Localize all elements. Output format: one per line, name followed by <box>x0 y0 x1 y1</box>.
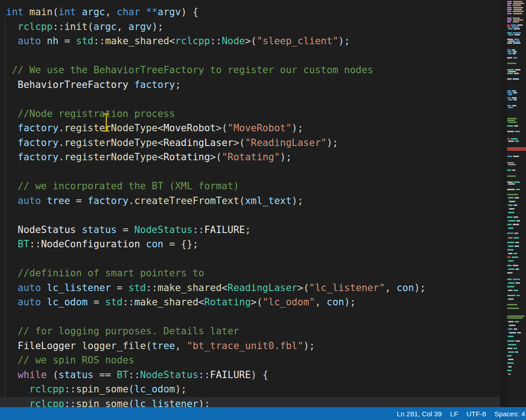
minimap-code-mark <box>507 19 512 21</box>
minimap-code-mark <box>507 169 511 171</box>
minimap-code-mark <box>507 63 516 64</box>
minimap-code-mark <box>513 32 521 34</box>
code-line[interactable]: // we spin ROS nodes <box>0 353 500 368</box>
minimap-code-mark <box>516 189 520 190</box>
minimap-code-mark <box>508 41 515 42</box>
minimap-code-mark <box>508 351 514 353</box>
minimap-code-mark <box>514 125 518 127</box>
minimap-code-mark <box>508 212 514 213</box>
status-item-eol[interactable]: LF <box>446 407 462 420</box>
minimap-code-mark <box>514 290 518 291</box>
code-line[interactable]: factory.registerNodeType<MoveRobot>("Mov… <box>0 121 500 136</box>
minimap-code-mark <box>513 3 524 4</box>
minimap[interactable] <box>507 0 526 407</box>
minimap-code-mark <box>508 204 513 206</box>
minimap-code-mark <box>507 18 512 19</box>
minimap-code-mark <box>507 370 512 371</box>
minimap-code-mark <box>507 286 514 287</box>
minimap-code-mark <box>513 53 516 54</box>
status-item-indentation[interactable]: Spaces: 4 <box>490 407 526 420</box>
minimap-code-mark <box>507 11 511 12</box>
status-bar: Ln 281, Col 39LFUTF-8Spaces: 4 <box>0 407 526 420</box>
minimap-code-mark <box>508 71 516 72</box>
minimap-code-mark <box>507 304 517 305</box>
minimap-code-mark <box>512 26 519 28</box>
code-line[interactable]: auto lc_odom = std::make_shared<Rotating… <box>0 295 500 310</box>
code-line[interactable] <box>0 92 500 107</box>
minimap-code-mark <box>517 332 521 333</box>
minimap-code-mark <box>514 197 519 198</box>
code-line[interactable]: // We use the BehaviorTreeFactory to reg… <box>0 63 500 78</box>
minimap-code-mark <box>513 78 519 80</box>
minimap-code-mark <box>508 94 512 95</box>
minimap-code-mark <box>515 242 519 243</box>
code-line[interactable]: // for logging purposes. Details later <box>0 324 500 339</box>
status-item-encoding[interactable]: UTF-8 <box>462 407 491 420</box>
minimap-gutter <box>500 0 507 407</box>
minimap-code-mark <box>507 21 511 23</box>
minimap-code-mark <box>507 242 514 243</box>
code-line[interactable]: while (status == BT::NodeStatus::FAILURE… <box>0 368 500 383</box>
minimap-code-mark <box>513 224 519 225</box>
minimap-code-mark <box>514 245 519 247</box>
minimap-code-mark <box>507 49 511 51</box>
minimap-code-mark <box>508 344 516 345</box>
minimap-code-mark <box>508 183 515 185</box>
status-item-line-col[interactable]: Ln 281, Col 39 <box>393 407 446 420</box>
minimap-code-mark <box>512 257 518 258</box>
minimap-code-mark <box>509 201 515 202</box>
minimap-code-mark <box>513 279 520 280</box>
code-line[interactable]: //definiion of smart pointers to <box>0 266 500 281</box>
minimap-code-mark <box>514 204 517 206</box>
minimap-code-mark <box>513 265 518 266</box>
minimap-code-mark <box>507 32 512 34</box>
minimap-code-mark <box>507 120 515 121</box>
minimap-code-mark <box>507 156 512 157</box>
minimap-code-mark <box>507 315 525 317</box>
minimap-code-mark <box>507 249 514 251</box>
minimap-code-mark <box>508 282 514 284</box>
code-editor-pane[interactable]: int main(int argc, char **argv) { rclcpp… <box>0 0 500 407</box>
code-line[interactable] <box>0 252 500 267</box>
code-line[interactable]: rclcpp::init(argc, argv); <box>0 20 500 35</box>
code-line[interactable]: auto nh = std::make_shared<rclcpp::Node>… <box>0 34 500 49</box>
code-line[interactable]: NodeStatus status = NodeStatus::FAILURE; <box>0 223 500 238</box>
code-line[interactable] <box>0 49 500 64</box>
code-line[interactable]: //Node registration process <box>0 107 500 122</box>
minimap-code-mark <box>507 265 512 266</box>
code-line[interactable]: FileLogger logger_file(tree, "bt_trace_u… <box>0 339 500 354</box>
code-line[interactable] <box>0 208 500 223</box>
code-line[interactable]: BT::NodeConfiguration con = {}; <box>0 237 500 252</box>
minimap-code-mark <box>513 7 523 8</box>
minimap-code-mark <box>508 99 513 100</box>
code-line[interactable]: auto tree = factory.createTreeFromText(x… <box>0 194 500 209</box>
minimap-code-mark <box>507 147 526 149</box>
minimap-code-mark <box>514 237 519 239</box>
code-line[interactable]: rclcpp::spin_some(lc_odom); <box>0 382 500 397</box>
code-line[interactable]: // we incorporated the BT (XML format) <box>0 179 500 194</box>
minimap-code-mark <box>507 272 513 274</box>
minimap-code-mark <box>507 57 512 58</box>
code-line[interactable]: int main(int argc, char **argv) { <box>0 5 500 20</box>
code-line[interactable] <box>0 310 500 325</box>
minimap-code-mark <box>507 69 514 70</box>
minimap-code-mark <box>515 140 519 142</box>
minimap-code-mark <box>514 99 517 100</box>
minimap-code-mark <box>507 5 511 6</box>
minimap-code-mark <box>513 18 520 19</box>
minimap-code-mark <box>507 149 526 151</box>
minimap-code-mark <box>509 208 514 210</box>
code-line[interactable]: BehaviorTreeFactory factory; <box>0 78 500 93</box>
code-line[interactable]: factory.registerNodeType<ReadingLaser>("… <box>0 136 500 151</box>
minimap-code-mark <box>507 181 513 183</box>
code-line[interactable]: auto lc_listener = std::make_shared<Read… <box>0 281 500 296</box>
minimap-code-mark <box>507 138 510 140</box>
minimap-code-mark <box>509 325 515 326</box>
code-line[interactable]: factory.registerNodeType<Rotating>("Rota… <box>0 150 500 165</box>
minimap-code-mark <box>515 340 520 342</box>
code-line[interactable]: rclcpp::spin_some(lc_listener); <box>0 397 500 408</box>
minimap-code-mark <box>508 164 516 165</box>
minimap-code-mark <box>508 122 517 123</box>
minimap-code-mark <box>507 317 523 319</box>
code-line[interactable] <box>0 165 500 180</box>
